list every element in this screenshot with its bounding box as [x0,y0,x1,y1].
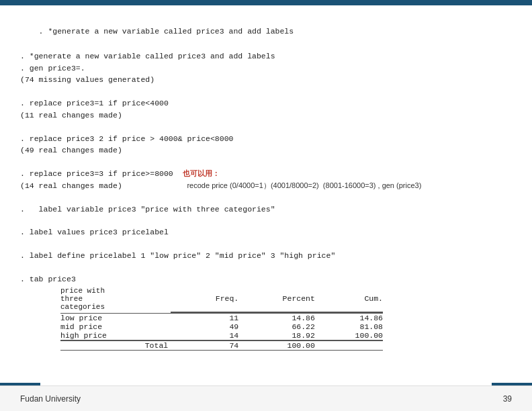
table-total-row: Total 74 100.00 [60,340,383,350]
row-percent: 18.92 [238,331,315,340]
row-label: high price [60,331,171,340]
total-label: Total [60,340,171,350]
code-block: . *generate a new variable called price3… [20,13,512,49]
footer: Fudan University 39 [0,385,532,411]
row-label: low price [60,313,171,322]
table-row: mid price 49 66.22 81.08 [60,322,383,331]
slide-content: . *generate a new variable called price3… [0,5,532,381]
row-cum: 100.00 [315,331,383,340]
slide-number: 39 [503,394,512,404]
row-freq: 49 [171,322,238,331]
table-row: high price 14 18.92 100.00 [60,331,383,340]
row-percent: 14.86 [238,313,315,322]
full-code: . *generate a new variable called price3… [20,50,512,285]
col-cum: Cum. [315,287,383,312]
total-percent: 100.00 [238,340,315,350]
results-table: price withthreecategories Freq. Percent … [20,287,512,351]
table-caption: price withthreecategories [60,287,171,312]
total-freq: 74 [171,340,238,350]
top-bar [0,0,532,5]
col-freq: Freq. [171,287,238,312]
row-cum: 14.86 [315,313,383,322]
table-row: low price 11 14.86 14.86 [60,313,383,322]
row-percent: 66.22 [238,322,315,331]
row-freq: 11 [171,313,238,322]
row-cum: 81.08 [315,322,383,331]
row-label: mid price [60,322,171,331]
total-cum [315,340,383,350]
university-name: Fudan University [20,394,81,404]
code-line-1: . *generate a new variable called price3… [39,27,294,36]
col-percent: Percent [238,287,315,312]
row-freq: 14 [171,331,238,340]
